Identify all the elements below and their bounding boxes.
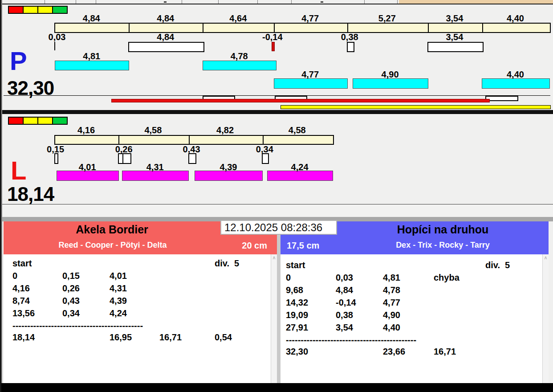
split-time-label: 5,27 <box>378 13 396 24</box>
traffic-cell <box>53 118 67 124</box>
table-cell: 27,91 <box>286 322 308 333</box>
toolbar-button-edge[interactable] <box>397 0 398 4</box>
traffic-cell <box>9 7 23 13</box>
split-segment <box>190 136 264 144</box>
lane-panel-p: P 32,30 4,844,844,644,775,273,544,400,03… <box>4 4 552 110</box>
split-segment <box>275 24 348 32</box>
dog-time-label: 4,39 <box>220 162 237 172</box>
dog-time-label: 4,90 <box>382 69 399 80</box>
toolbar-button-edge[interactable] <box>364 0 365 4</box>
crossing-box-double <box>118 153 131 164</box>
dog-time-label: 4,24 <box>291 162 309 172</box>
split-segment-bar <box>54 23 551 33</box>
toolbar-button-edge[interactable] <box>76 0 76 4</box>
dog-time-bar <box>482 78 550 89</box>
table-cell: 4,84 <box>336 285 353 295</box>
table-cell: 4,78 <box>383 285 400 295</box>
lane-letter-p: P <box>10 48 27 74</box>
toolbar-button-edge[interactable] <box>182 0 182 4</box>
crossing-box <box>188 153 197 164</box>
toolbar-button-edge[interactable] <box>291 0 292 4</box>
scrollbar-right[interactable]: ∧ <box>542 254 549 383</box>
table-cell: 4,31 <box>110 283 127 294</box>
table-cell: 0,43 <box>62 295 80 306</box>
crossing-box <box>262 153 269 164</box>
footer-bar <box>0 383 553 392</box>
dog-time-bar <box>203 61 276 70</box>
crossing-box <box>347 42 354 52</box>
table-cell: 9,68 <box>286 285 303 295</box>
crossing-tick <box>54 42 55 50</box>
split-time-label: 4,64 <box>229 13 247 24</box>
split-segment <box>483 24 550 32</box>
table-separator: ----------------------------------------… <box>286 335 416 345</box>
table-cell: 4,40 <box>383 322 400 333</box>
split-time-label: 4,58 <box>144 125 162 135</box>
table-cell: 0,03 <box>336 272 353 283</box>
split-segment <box>130 24 204 32</box>
toolbar-caret-icon[interactable] <box>321 1 323 3</box>
traffic-cell <box>24 7 37 13</box>
result-table-left: start div. 5 00,154,014,160,264,318,740,… <box>4 254 277 383</box>
traffic-light-l <box>8 117 68 125</box>
window-left-edge-inner <box>1 0 2 383</box>
team-dogs-right: Dex - Trix - Rocky - Tarry <box>337 241 549 250</box>
timing-app-window: P 32,30 4,844,844,644,775,273,544,400,03… <box>0 0 553 392</box>
split-time-label: 4,58 <box>289 125 306 135</box>
table-total-cell: 16,71 <box>159 332 182 343</box>
toolbar-tan-area <box>399 0 553 4</box>
split-time-label: 4,40 <box>507 13 524 24</box>
table-cell: 0,15 <box>62 270 80 281</box>
table-cell: 3,54 <box>336 322 353 333</box>
dog-time-bar <box>353 78 429 89</box>
toolbar-caret-icon[interactable] <box>164 1 167 3</box>
split-segment <box>429 24 483 32</box>
toolbar-button-edge[interactable] <box>257 0 258 4</box>
table-cell: 14,32 <box>286 297 308 308</box>
toolbar-button-edge[interactable] <box>218 0 219 4</box>
crossing-negative-box <box>272 42 275 51</box>
table-div-label: div. 5 <box>485 260 510 270</box>
team-name-right: Hopíci na druhou <box>337 223 549 236</box>
split-segment <box>348 24 429 32</box>
table-cell: 4,77 <box>383 297 400 308</box>
table-total-cell: 0,54 <box>215 332 232 343</box>
spacer-strip <box>2 204 553 217</box>
crossing-time-label: 0,03 <box>49 32 66 42</box>
scroll-up-icon[interactable]: ∧ <box>543 254 549 261</box>
table-cell: 4,81 <box>383 272 400 283</box>
red-mark-bar <box>111 99 490 102</box>
table-cell: 4,01 <box>110 270 127 281</box>
table-cell: -0,14 <box>336 297 356 308</box>
panel-separator <box>0 110 553 114</box>
toolbar-button-edge[interactable] <box>96 0 96 4</box>
split-segment-bar <box>54 135 334 145</box>
table-start-label: start <box>12 258 32 269</box>
split-time-label: 3,54 <box>446 13 463 24</box>
toolbar-button-edge[interactable] <box>45 0 45 4</box>
crossing-box <box>427 42 484 52</box>
scroll-up-icon[interactable]: ∧ <box>271 254 277 261</box>
split-time-label: 4,84 <box>157 13 174 24</box>
table-start-label: start <box>286 260 305 270</box>
crossing-time-label: 0,38 <box>341 32 358 42</box>
table-cell: 4,24 <box>110 308 127 318</box>
table-cell: chyba <box>434 272 459 283</box>
table-total-cell: 32,30 <box>286 346 308 357</box>
result-table-right: start div. 5 00,034,81chyba9,684,844,781… <box>281 254 549 383</box>
split-segment <box>119 136 190 144</box>
split-time-label: 4,16 <box>77 125 95 135</box>
dog-time-label: 4,78 <box>231 51 248 61</box>
table-cell: 13,56 <box>12 308 35 318</box>
dog-time-bar <box>55 61 129 70</box>
traffic-cell <box>38 7 52 13</box>
split-segment <box>55 136 119 144</box>
split-time-label: 4,82 <box>216 125 234 135</box>
table-cell: 4,90 <box>383 310 400 320</box>
table-cell: 4,39 <box>110 295 127 306</box>
yellow-mark-bar <box>281 105 551 109</box>
scrollbar-left[interactable]: ∧ <box>271 254 277 383</box>
jump-height-right: 17,5 cm <box>287 241 319 251</box>
crossing-time-label: 0,43 <box>183 144 200 155</box>
table-total-cell: 18,14 <box>12 332 35 343</box>
